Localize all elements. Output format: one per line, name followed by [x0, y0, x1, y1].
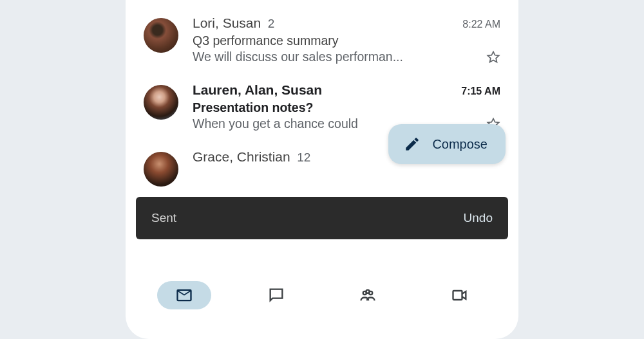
- star-icon[interactable]: [486, 50, 500, 64]
- email-subject: Presentation notes?: [193, 100, 500, 115]
- app-frame: Lori, Susan 2 8:22 AM Q3 performance sum…: [126, 0, 518, 339]
- bottom-nav: [126, 271, 518, 339]
- email-snippet: We will discuss our sales performan...: [193, 50, 478, 64]
- chat-icon: [267, 286, 285, 304]
- svg-point-2: [366, 289, 370, 293]
- compose-button[interactable]: Compose: [388, 124, 506, 164]
- nav-spaces[interactable]: [341, 281, 395, 309]
- email-time: 8:22 AM: [462, 19, 500, 30]
- sender-names: Lori, Susan: [193, 15, 261, 30]
- mail-icon: [175, 286, 193, 304]
- email-time: 7:15 AM: [461, 86, 500, 97]
- avatar[interactable]: [144, 85, 178, 120]
- thread-count: 2: [268, 17, 275, 30]
- nav-meet[interactable]: [433, 281, 487, 309]
- nav-mail[interactable]: [157, 281, 211, 309]
- sender-names: Lauren, Alan, Susan: [193, 82, 322, 97]
- compose-label: Compose: [432, 137, 488, 152]
- video-icon: [451, 286, 469, 304]
- email-list: Lori, Susan 2 8:22 AM Q3 performance sum…: [126, 0, 518, 196]
- svg-rect-3: [453, 291, 462, 300]
- snackbar-undo-button[interactable]: Undo: [464, 211, 493, 225]
- nav-chat[interactable]: [249, 281, 303, 309]
- thread-count: 12: [297, 151, 310, 164]
- snackbar: Sent Undo: [136, 197, 508, 239]
- avatar[interactable]: [144, 152, 178, 187]
- email-subject: Q3 performance summary: [193, 33, 500, 48]
- avatar[interactable]: [144, 18, 178, 53]
- pencil-icon: [404, 136, 421, 152]
- people-icon: [359, 286, 377, 304]
- snackbar-message: Sent: [151, 211, 176, 225]
- email-item[interactable]: Lori, Susan 2 8:22 AM Q3 performance sum…: [126, 6, 518, 73]
- sender-names: Grace, Christian: [193, 149, 290, 164]
